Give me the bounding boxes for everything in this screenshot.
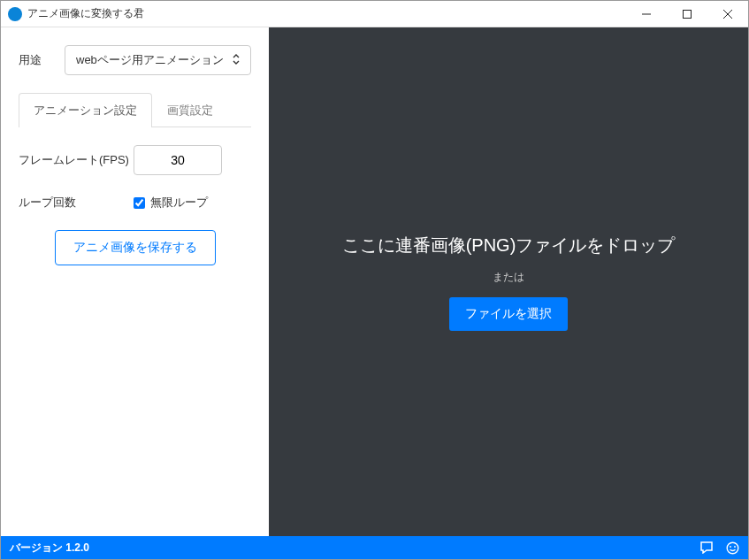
loop-row: ループ回数 無限ループ — [19, 195, 251, 211]
close-button[interactable] — [707, 1, 748, 27]
svg-point-5 — [730, 546, 731, 548]
minimize-button[interactable] — [626, 1, 667, 27]
drop-message: ここに連番画像(PNG)ファイルをドロップ — [342, 234, 676, 257]
save-button[interactable]: アニメ画像を保存する — [55, 230, 216, 265]
drop-zone[interactable]: ここに連番画像(PNG)ファイルをドロップ または ファイルを選択 — [269, 27, 748, 536]
infinite-loop-label: 無限ループ — [150, 195, 208, 211]
select-file-button[interactable]: ファイルを選択 — [449, 297, 568, 331]
maximize-icon — [683, 10, 692, 19]
chevron-updown-icon — [233, 54, 240, 66]
purpose-select-value: webページ用アニメーション — [76, 52, 224, 68]
svg-rect-1 — [684, 10, 692, 18]
minimize-icon — [642, 10, 651, 19]
infinite-loop-checkbox-wrap[interactable]: 無限ループ — [134, 195, 208, 211]
purpose-row: 用途 webページ用アニメーション — [19, 45, 251, 75]
tab-body: フレームレート(FPS) ループ回数 無限ループ アニメ画像を保存する — [19, 127, 251, 265]
framerate-row: フレームレート(FPS) — [19, 145, 251, 175]
window-controls — [626, 1, 748, 27]
maximize-button[interactable] — [667, 1, 707, 27]
svg-point-6 — [734, 546, 736, 548]
tab-quality-settings[interactable]: 画質設定 — [152, 93, 228, 127]
purpose-label: 用途 — [19, 52, 65, 68]
titlebar: アニメ画像に変換する君 — [1, 1, 748, 27]
feedback-icon[interactable] — [699, 541, 714, 554]
or-label: または — [493, 270, 524, 285]
status-bar: バージョン 1.2.0 — [1, 536, 748, 559]
settings-tabs: アニメーション設定 画質設定 — [19, 93, 251, 127]
tab-animation-settings[interactable]: アニメーション設定 — [19, 93, 152, 127]
svg-point-4 — [727, 542, 738, 554]
loop-label: ループ回数 — [19, 195, 134, 211]
app-icon — [8, 7, 22, 21]
main-area: 用途 webページ用アニメーション アニメーション設定 画質設定 フレームレート… — [1, 27, 748, 536]
window-title: アニメ画像に変換する君 — [27, 6, 626, 21]
framerate-label: フレームレート(FPS) — [19, 152, 134, 168]
close-icon — [723, 10, 732, 19]
framerate-input[interactable] — [134, 145, 222, 175]
infinite-loop-checkbox[interactable] — [134, 197, 145, 209]
purpose-select[interactable]: webページ用アニメーション — [65, 45, 251, 75]
version-label: バージョン 1.2.0 — [10, 541, 687, 556]
smiley-icon[interactable] — [726, 541, 739, 555]
settings-panel: 用途 webページ用アニメーション アニメーション設定 画質設定 フレームレート… — [1, 27, 269, 536]
